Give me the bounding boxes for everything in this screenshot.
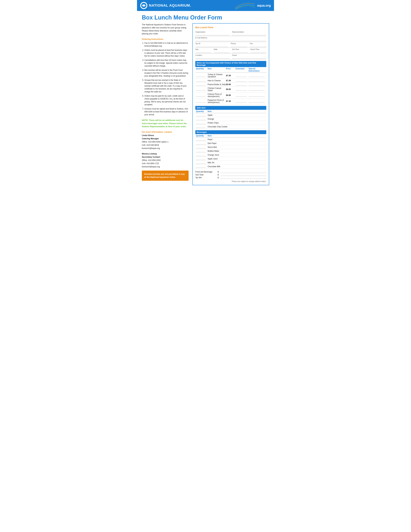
item-cell: Apple Juice <box>207 158 266 160</box>
table-row: Peanut Butter & Jelly $5.99 <box>195 83 266 86</box>
item-cell: Orange Juice <box>207 154 266 156</box>
list-item: Orders must be placed at least five busi… <box>144 49 188 57</box>
qty-input-0[interactable] <box>196 75 206 77</box>
organization-label: Organization <box>195 31 230 33</box>
representative-input[interactable] <box>232 33 266 35</box>
table-row: Cheese Pizza (2 slices/person) $6.99 <box>195 92 266 98</box>
side-qty-input-0[interactable] <box>196 114 206 116</box>
extended-cell <box>236 83 249 86</box>
bev-qty-input-4[interactable] <box>196 154 206 156</box>
form-box-title: Box Lunch Form <box>195 26 266 29</box>
table-row: Turkey & Cheese Sandwich $7.49 <box>195 73 266 79</box>
extended-input-2[interactable] <box>236 83 247 86</box>
bev-col-header-quantity: Quantity <box>195 135 207 137</box>
representative-label: Representative <box>232 31 266 33</box>
special-input-5[interactable] <box>249 100 265 103</box>
contact-2-cell: Cell: 410-808-1722 <box>142 162 188 165</box>
taxid-input[interactable] <box>195 45 228 47</box>
special-input-0[interactable] <box>249 75 265 77</box>
special-input-2[interactable] <box>249 83 265 86</box>
col-header-extended: Extended <box>236 67 249 72</box>
date-input[interactable] <box>214 50 230 53</box>
qty-input-1[interactable] <box>196 79 206 82</box>
list-item: Cancellations with less than 24-hours no… <box>144 59 188 67</box>
special-input-1[interactable] <box>249 79 265 82</box>
main-section-header: Items are Accompanied with Choice of One… <box>195 61 266 67</box>
special-cell <box>249 79 266 82</box>
side-col-headers: Quantity Item <box>195 110 266 113</box>
fax-input[interactable] <box>250 45 266 47</box>
table-row: Apple <box>195 113 266 117</box>
list-item: Orders may be paid for by cash, credit c… <box>144 95 188 106</box>
bev-qty-input-1[interactable] <box>196 142 206 144</box>
table-row: Pepsi <box>195 138 266 141</box>
special-input-4[interactable] <box>249 94 265 96</box>
contact-2-title: Secondary Contact <box>142 155 188 159</box>
taxid-field: Tax ID <box>195 43 228 47</box>
qty-cell <box>195 79 207 82</box>
contact-2: Monica Lindsay Secondary Contact Office:… <box>142 152 188 168</box>
qty-cell <box>195 142 207 144</box>
side-qty-input-2[interactable] <box>196 122 206 124</box>
extended-input-3[interactable] <box>236 88 247 91</box>
location-field: Location <box>195 54 230 58</box>
form-box: Box Lunch Form Organization Representati… <box>192 23 269 185</box>
qty-cell <box>195 75 207 77</box>
table-row: Potato Chips <box>195 121 266 125</box>
date-field: Date <box>214 48 230 53</box>
qty-input-4[interactable] <box>196 94 206 96</box>
col-header-special: Special Instructions <box>249 67 266 72</box>
phone-input[interactable] <box>231 45 247 47</box>
extended-cell <box>236 88 249 91</box>
total-row-0: Food and Beverage $ <box>195 171 266 173</box>
extended-cell <box>236 79 249 82</box>
bev-qty-input-7[interactable] <box>196 165 206 168</box>
item-cell: Chicken Caesar Salad <box>207 87 226 92</box>
bev-qty-input-2[interactable] <box>196 146 206 148</box>
bev-qty-input-0[interactable] <box>196 138 206 141</box>
qty-input-2[interactable] <box>196 83 206 86</box>
guest-input[interactable] <box>232 56 266 58</box>
email-label: E-mail Address <box>195 37 266 39</box>
set-time-input[interactable] <box>232 50 248 53</box>
left-column: The National Aquarium's Sodexo Food Serv… <box>142 23 188 185</box>
two-col-layout: The National Aquarium's Sodexo Food Serv… <box>142 23 269 185</box>
email-input[interactable] <box>195 39 266 41</box>
bev-qty-input-6[interactable] <box>196 161 206 164</box>
set-time-label: Set Time <box>232 48 248 50</box>
location-input[interactable] <box>195 56 230 58</box>
side-col-header-item: Item <box>207 110 266 113</box>
event-time-label: Event Time <box>251 48 266 50</box>
qty-cell <box>195 150 207 152</box>
list-item: Invoices must be signed and faxed to Sod… <box>144 107 188 116</box>
total-row-2: Tax 6% $ <box>195 177 266 179</box>
contact-1: Linda Glinos Catering Manager Office: 41… <box>142 134 188 150</box>
bev-qty-input-5[interactable] <box>196 158 206 160</box>
qty-input-5[interactable] <box>196 100 206 103</box>
extended-input-5[interactable] <box>236 100 247 103</box>
side-qty-input-1[interactable] <box>196 118 206 120</box>
organization-input[interactable] <box>195 33 230 35</box>
logo-area: NATIONAL AQUARIUM. <box>140 2 191 9</box>
extended-cell <box>236 100 249 103</box>
qty-cell <box>195 88 207 91</box>
extended-input-4[interactable] <box>236 94 247 96</box>
table-row: Chocolate Chip Cookie <box>195 125 266 129</box>
price-cell: $5.99 <box>226 83 236 86</box>
bev-qty-input-3[interactable] <box>196 150 206 152</box>
qty-input-3[interactable] <box>196 88 206 91</box>
email-field: E-mail Address <box>195 37 266 41</box>
total-row-1: Sub Total $ <box>195 174 266 176</box>
organization-field: Organization <box>195 31 230 35</box>
extended-input-1[interactable] <box>236 79 247 82</box>
side-qty-input-3[interactable] <box>196 125 206 128</box>
note-box: NOTE: There will be an additional cost f… <box>142 119 188 128</box>
event-time-input[interactable] <box>251 50 266 53</box>
qty-cell <box>195 83 207 86</box>
extended-input-0[interactable] <box>236 75 247 77</box>
item-cell: Pepperoni Pizza (2 slices/person) <box>207 99 226 104</box>
contact-heading: For more information, contact: <box>142 131 188 133</box>
special-input-3[interactable] <box>249 88 265 91</box>
day-input[interactable] <box>195 50 211 53</box>
table-row: Ham & Cheese $7.49 <box>195 79 266 83</box>
